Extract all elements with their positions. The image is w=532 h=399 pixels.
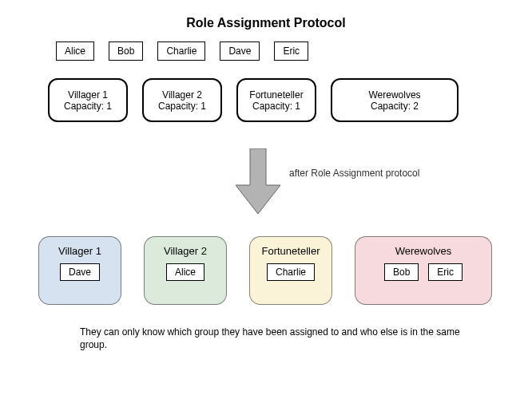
footnote-text: They can only know which group they have…: [80, 326, 463, 351]
role-capacity: Capacity: 1: [252, 101, 300, 112]
role-name: Werewolves: [368, 89, 420, 101]
member-chip: Bob: [384, 263, 419, 281]
roles-before-row: Villager 1Capacity: 1Villager 2Capacity:…: [48, 78, 459, 122]
role-name: Villager 1: [58, 245, 101, 257]
role-capacity: Capacity: 1: [158, 101, 206, 112]
role-name: Werewolves: [395, 245, 452, 257]
role-after-box: WerewolvesBobEric: [355, 236, 492, 305]
role-before-box: FortunetellerCapacity: 1: [236, 78, 316, 122]
player-box: Alice: [56, 41, 94, 61]
assigned-members: Dave: [60, 263, 100, 281]
role-after-box: Villager 2Alice: [144, 236, 227, 305]
member-chip: Charlie: [267, 263, 315, 281]
player-box: Bob: [109, 41, 143, 61]
assigned-members: Alice: [166, 263, 204, 281]
role-capacity: Capacity: 2: [371, 101, 419, 112]
roles-after-row: Villager 1DaveVillager 2AliceFortunetell…: [38, 236, 492, 305]
role-before-box: Villager 2Capacity: 1: [142, 78, 222, 122]
role-before-box: WerewolvesCapacity: 2: [331, 78, 459, 122]
role-name: Villager 2: [162, 89, 202, 101]
arrow-down-icon: [236, 148, 280, 216]
role-name: Fortuneteller: [249, 89, 303, 101]
role-name: Villager 1: [68, 89, 108, 101]
players-row: AliceBobCharlieDaveEric: [56, 41, 308, 61]
transition-label: after Role Assignment protocol: [289, 168, 419, 179]
role-after-box: Villager 1Dave: [38, 236, 121, 305]
player-box: Dave: [220, 41, 260, 61]
role-name: Villager 2: [164, 245, 207, 257]
player-box: Eric: [274, 41, 308, 61]
role-after-box: FortunetellerCharlie: [249, 236, 332, 305]
assigned-members: Charlie: [267, 263, 315, 281]
member-chip: Alice: [166, 263, 204, 281]
member-chip: Dave: [60, 263, 100, 281]
player-box: Charlie: [157, 41, 205, 61]
member-chip: Eric: [428, 263, 463, 281]
diagram-title: Role Assignment Protocol: [0, 16, 532, 30]
assigned-members: BobEric: [384, 263, 463, 281]
role-name: Fortuneteller: [262, 245, 320, 257]
role-capacity: Capacity: 1: [64, 101, 112, 112]
role-before-box: Villager 1Capacity: 1: [48, 78, 128, 122]
